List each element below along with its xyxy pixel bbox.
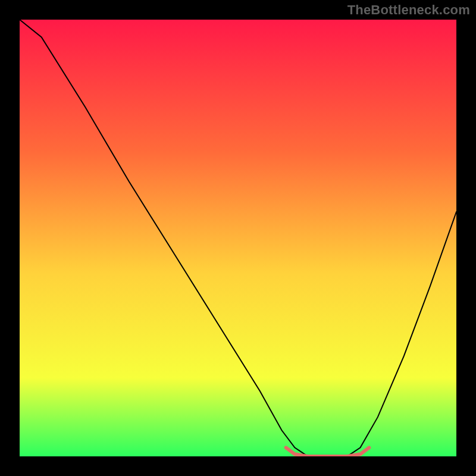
chart-frame: TheBottleneck.com bbox=[0, 0, 476, 476]
watermark-text: TheBottleneck.com bbox=[347, 2, 470, 18]
gradient-background bbox=[20, 20, 456, 456]
plot-area bbox=[20, 20, 456, 456]
chart-svg bbox=[20, 20, 456, 456]
